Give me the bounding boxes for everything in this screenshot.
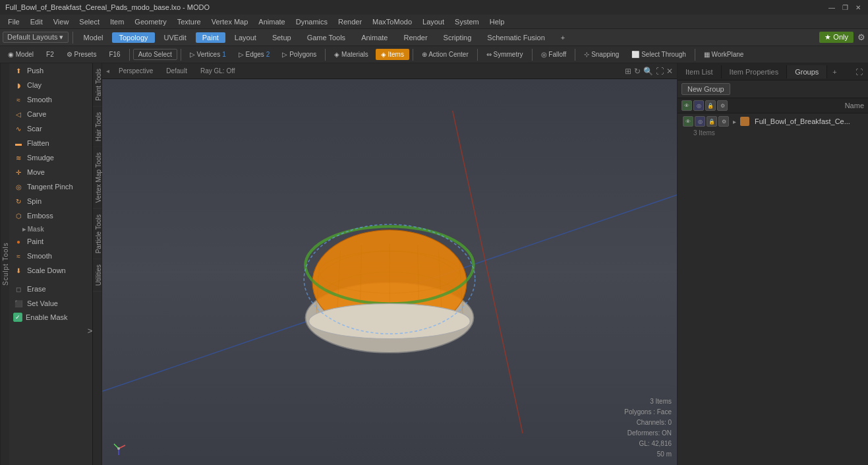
viewport-canvas[interactable]: 3 Items Polygons : Face Channels: 0 Defo… (102, 79, 677, 465)
tool-emboss[interactable]: Emboss (9, 208, 101, 223)
side-tab-hair-tools[interactable]: Hair Tools (93, 107, 101, 147)
menu-item-select[interactable]: Select (74, 16, 105, 27)
tool-tangent-pinch[interactable]: Tangent Pinch (9, 179, 101, 194)
tab-scripting[interactable]: Scripting (437, 32, 478, 43)
tab-model[interactable]: Model (77, 32, 110, 43)
items-btn[interactable]: ◈ Items (376, 49, 409, 60)
menu-item-layout[interactable]: Layout (417, 16, 449, 27)
menu-item-texture[interactable]: Texture (172, 16, 206, 27)
menu-item-system[interactable]: System (449, 16, 484, 27)
item-expand-icon[interactable]: ▸ (733, 118, 736, 125)
visibility-icon[interactable]: 👁 (681, 100, 692, 111)
snapping-btn[interactable]: ⊹ Snapping (579, 49, 624, 60)
raygl-btn[interactable]: Ray GL: Off (196, 66, 239, 76)
vp-icon-close[interactable]: ✕ (666, 67, 673, 76)
lock-icon[interactable]: 🔒 (705, 100, 716, 111)
scene-item[interactable]: 👁 ◎ 🔒 ⚙ ▸ Full_Bowl_of_Breakfast_Ce... (678, 113, 868, 129)
tool-set-value[interactable]: Set Value (9, 296, 101, 311)
materials-btn[interactable]: ◈ Materials (329, 49, 373, 60)
tab-animate[interactable]: Animate (355, 32, 394, 43)
select-through-btn[interactable]: ⬜ Select Through (626, 49, 691, 60)
menu-item-animate[interactable]: Animate (253, 16, 290, 27)
menu-item-help[interactable]: Help (484, 16, 510, 27)
menu-item-view[interactable]: View (48, 16, 74, 27)
tool-clay[interactable]: Clay (9, 78, 101, 92)
menu-item-edit[interactable]: Edit (25, 16, 48, 27)
rp-tab-item-properties[interactable]: Item Properties (722, 65, 788, 78)
tab-setup[interactable]: Setup (266, 32, 298, 43)
settings-item-icon[interactable]: ⚙ (717, 100, 728, 111)
maximize-button[interactable]: ❐ (840, 3, 850, 12)
menu-item-item[interactable]: Item (105, 16, 129, 27)
minimize-button[interactable]: — (827, 3, 836, 12)
vp-icon-grid[interactable]: ⊞ (625, 67, 631, 76)
item-settings-icon[interactable]: ⚙ (718, 116, 729, 127)
item-vis-icon[interactable]: 👁 (683, 116, 693, 127)
menu-item-file[interactable]: File (3, 16, 25, 27)
workplane-btn[interactable]: ▦ WorkPlane (699, 49, 749, 60)
settings-icon[interactable]: ⚙ (857, 32, 865, 42)
menu-item-maxtomodo[interactable]: MaxToModo (367, 16, 417, 27)
polygons-btn[interactable]: ▷ Polygons (277, 49, 322, 60)
tool-spin[interactable]: Spin (9, 194, 101, 208)
tab-uvedit[interactable]: UVEdit (158, 32, 193, 43)
star-only-btn[interactable]: ★ Only (819, 32, 854, 43)
item-render-icon[interactable]: ◎ (695, 116, 705, 127)
menu-item-render[interactable]: Render (333, 16, 367, 27)
side-tab-vertex-map[interactable]: Vertex Map Tools (93, 147, 101, 209)
tab-gametools[interactable]: Game Tools (301, 32, 353, 43)
tool-smooth[interactable]: Smooth (9, 92, 101, 107)
symmetry-btn[interactable]: ⇔ Symmetry (481, 49, 529, 60)
menu-item-dynamics[interactable]: Dynamics (291, 16, 333, 27)
perspective-btn[interactable]: Perspective (115, 66, 157, 76)
tool-scar[interactable]: Scar (9, 121, 101, 136)
menu-item-geometry[interactable]: Geometry (129, 16, 171, 27)
close-button[interactable]: ✕ (854, 3, 863, 12)
tool-flatten[interactable]: Flatten (9, 136, 101, 150)
vp-icon-expand[interactable]: ⛶ (656, 67, 664, 76)
shader-btn[interactable]: Default (162, 66, 191, 76)
presets-btn[interactable]: ⚙ Presets (61, 49, 102, 60)
tab-schematic[interactable]: Schematic Fusion (480, 32, 551, 43)
render-icon[interactable]: ◎ (693, 100, 704, 111)
vp-icon-search[interactable]: 🔍 (643, 67, 653, 76)
vp-icon-rotate[interactable]: ↻ (634, 67, 641, 76)
f16-btn[interactable]: F16 (103, 49, 125, 60)
model-radio[interactable]: ◉ ◉ ModelModel (3, 49, 39, 60)
tab-add[interactable]: + (554, 32, 571, 43)
side-tab-paint-tools[interactable]: Paint Tools (93, 63, 101, 107)
rp-tab-item-list[interactable]: Item List (678, 65, 722, 78)
action-center-btn[interactable]: ⊕ Action Center (417, 49, 474, 60)
new-group-button[interactable]: New Group (681, 83, 730, 95)
tool-push[interactable]: Push (9, 63, 101, 78)
side-tab-utilities[interactable]: Utilities (93, 259, 101, 292)
tab-topology[interactable]: Topology (112, 32, 154, 43)
viewport-nav-back[interactable]: ◂ (106, 67, 109, 75)
rp-tab-add[interactable]: + (827, 65, 842, 78)
tool-mask-paint[interactable]: Paint (9, 234, 101, 249)
tab-layout[interactable]: Layout (228, 32, 263, 43)
right-panel: Item List Item Properties Groups + ⛶ New… (677, 63, 868, 465)
tab-render[interactable]: Render (397, 32, 434, 43)
item-lock-icon[interactable]: 🔒 (707, 116, 717, 127)
rp-tab-groups[interactable]: Groups (787, 65, 827, 78)
rp-tab-expand[interactable]: ⛶ (850, 65, 868, 78)
tool-move[interactable]: Move (9, 165, 101, 179)
side-tab-particle[interactable]: Particle Tools (93, 209, 101, 259)
tool-mask-smooth[interactable]: Smooth (9, 249, 101, 263)
layout-selector[interactable]: Default Layouts ▾ (3, 32, 69, 43)
enable-mask-checkbox[interactable]: ✓ (13, 313, 22, 322)
tool-erase[interactable]: Erase (9, 282, 101, 296)
tool-scale-down[interactable]: Scale Down (9, 263, 101, 278)
auto-select-btn[interactable]: Auto Select (133, 49, 177, 60)
vertices-btn[interactable]: ▷ Vertices 1 (185, 49, 231, 60)
tab-paint[interactable]: Paint (196, 32, 225, 43)
stat-deformers: Deformers: ON (624, 428, 672, 439)
falloff-btn[interactable]: ◎ Falloff (536, 49, 572, 60)
edges-btn[interactable]: ▷ Edges 2 (233, 49, 275, 60)
menu-item-vertex-map[interactable]: Vertex Map (206, 16, 254, 27)
tool-carve[interactable]: Carve (9, 107, 101, 121)
tool-smudge[interactable]: Smudge (9, 150, 101, 165)
f2-btn[interactable]: F2 (41, 49, 59, 60)
tool-enable-mask[interactable]: ✓ Enable Mask (9, 311, 101, 324)
